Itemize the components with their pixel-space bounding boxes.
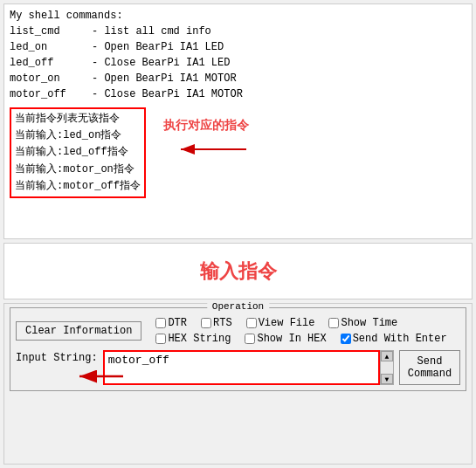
op-row1: Clear Information DTR RTS V	[16, 317, 460, 345]
cmd-desc: - list all cmd info	[92, 24, 211, 39]
show-time-checkbox-label[interactable]: Show Time	[328, 317, 397, 329]
dtr-label: DTR	[168, 317, 187, 329]
cmd-result-area: 当前指令列表无该指令 当前输入:led_on指令 当前输入:led_off指令 …	[10, 106, 466, 198]
input-scrollbar: ▲ ▼	[380, 350, 394, 385]
send-command-label: Send Command	[407, 355, 452, 380]
send-command-button[interactable]: Send Command	[399, 350, 460, 385]
view-file-checkbox[interactable]	[246, 318, 257, 328]
scrollbar-down-button[interactable]: ▼	[381, 374, 393, 384]
cmd-name: list_cmd	[10, 24, 88, 39]
cmd-name: led_on	[10, 39, 88, 55]
cmd-desc: - Close BearPi IA1 LED	[92, 55, 230, 71]
clear-information-button[interactable]: Clear Information	[16, 321, 141, 341]
input-field-row: motor_off ▲ ▼	[103, 350, 394, 385]
shell-title: My shell commands:	[10, 8, 466, 24]
input-arrow-area	[75, 366, 128, 391]
cmd-led-on: led_on - Open BearPi IA1 LED	[10, 39, 466, 55]
dtr-checkbox[interactable]	[155, 318, 166, 328]
show-in-hex-checkbox-label[interactable]: Show In HEX	[245, 333, 326, 345]
hex-string-checkbox-label[interactable]: HEX String	[155, 333, 231, 345]
arrow-icon	[172, 132, 251, 167]
input-string-wrapper: motor_off ▲ ▼	[103, 350, 394, 385]
view-file-label: View File	[259, 317, 315, 329]
cmd-motor-on: motor_on - Open BearPi IA1 MOTOR	[10, 71, 466, 86]
checkbox-row1: DTR RTS View File Show Time	[155, 317, 460, 329]
hex-string-checkbox[interactable]	[155, 334, 166, 344]
dtr-checkbox-label[interactable]: DTR	[155, 317, 187, 329]
cmd-led-off: led_off - Close BearPi IA1 LED	[10, 55, 466, 71]
annotation-label: 执行对应的指令	[163, 116, 235, 134]
main-container: My shell commands: list_cmd - list all c…	[0, 0, 476, 468]
view-file-checkbox-label[interactable]: View File	[246, 317, 315, 329]
input-arrow-icon	[75, 366, 128, 388]
cmd-desc: - Close BearPi IA1 MOTOR	[92, 86, 243, 102]
cmd-result-box: 当前指令列表无该指令 当前输入:led_on指令 当前输入:led_off指令 …	[10, 107, 146, 198]
cmd-motor-off: motor_off - Close BearPi IA1 MOTOR	[10, 86, 466, 102]
operation-label: Operation	[207, 301, 269, 312]
scrollbar-up-button[interactable]: ▲	[381, 351, 393, 361]
cmd-desc: - Open BearPi IA1 LED	[92, 39, 224, 55]
bottom-panel: Operation Clear Information DTR RTS	[3, 303, 473, 465]
show-time-checkbox[interactable]	[328, 318, 339, 328]
cmd-list-cmd: list_cmd - list all cmd info	[10, 24, 466, 39]
cmd-desc: - Open BearPi IA1 MOTOR	[92, 71, 237, 86]
checkbox-row2: HEX String Show In HEX Send With Enter	[155, 333, 460, 345]
show-in-hex-label: Show In HEX	[257, 333, 326, 345]
shell-output: My shell commands: list_cmd - list all c…	[10, 8, 466, 198]
result-line-2: 当前输入:led_on指令	[15, 127, 141, 144]
top-panel: My shell commands: list_cmd - list all c…	[3, 3, 473, 239]
annotation-area: 执行对应的指令	[172, 132, 251, 172]
cmd-name: motor_off	[10, 86, 88, 102]
show-in-hex-checkbox[interactable]	[245, 334, 255, 344]
cmd-name: motor_on	[10, 71, 88, 86]
operation-group: Operation Clear Information DTR RTS	[10, 307, 466, 391]
rts-checkbox[interactable]	[201, 318, 211, 328]
result-line-3: 当前输入:led_off指令	[15, 144, 141, 161]
send-with-enter-checkbox[interactable]	[341, 334, 351, 344]
result-line-1: 当前指令列表无该指令	[15, 111, 141, 127]
send-with-enter-checkbox-label[interactable]: Send With Enter	[341, 333, 447, 345]
show-time-label: Show Time	[341, 317, 397, 329]
hex-string-label: HEX String	[168, 333, 231, 345]
input-string-field[interactable]: motor_off	[103, 350, 380, 385]
rts-label: RTS	[213, 317, 232, 329]
result-line-5: 当前输入:motor_off指令	[15, 178, 141, 195]
rts-checkbox-label[interactable]: RTS	[201, 317, 232, 329]
cmd-name: led_off	[10, 55, 88, 71]
input-string-label: Input String:	[16, 350, 98, 364]
middle-panel: 输入指令	[3, 243, 473, 299]
input-instruction-label: 输入指令	[200, 258, 277, 285]
op-controls-right: DTR RTS View File Show Time	[155, 317, 460, 345]
input-row: Input String: motor_off	[16, 350, 460, 385]
result-line-4: 当前输入:motor_on指令	[15, 162, 141, 178]
send-with-enter-label: Send With Enter	[353, 333, 447, 345]
